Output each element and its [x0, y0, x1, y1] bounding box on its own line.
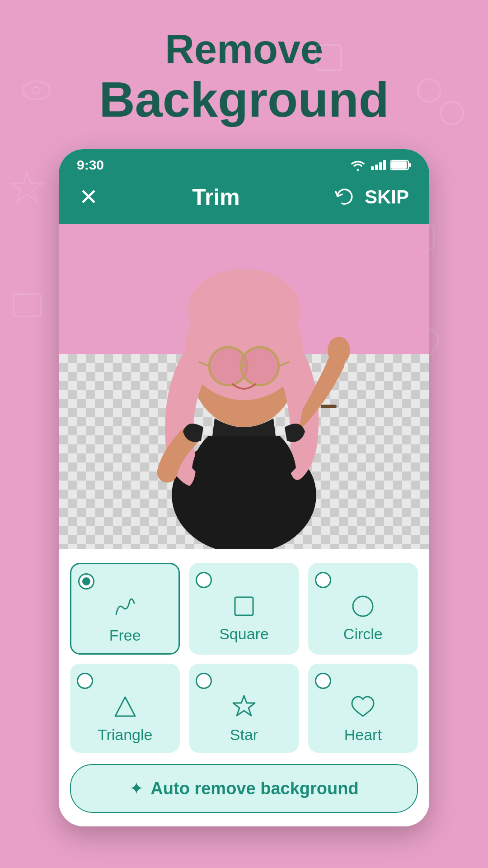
skip-button[interactable]: SKIP	[365, 186, 409, 208]
battery-icon	[390, 160, 411, 170]
shape-label-triangle: Triangle	[98, 726, 153, 744]
shape-radio-triangle	[77, 673, 93, 689]
shape-item-heart[interactable]: Heart	[308, 664, 418, 753]
shape-label-circle: Circle	[343, 625, 383, 643]
svg-marker-29	[233, 696, 255, 716]
svg-rect-26	[235, 597, 253, 615]
shape-icon-row-circle: Circle	[315, 593, 411, 643]
shape-icon-row-heart: Heart	[315, 693, 411, 744]
status-icons	[349, 159, 411, 171]
svg-point-5	[418, 79, 441, 102]
square-icon	[230, 593, 258, 620]
shape-icon-row-star: Star	[196, 693, 292, 744]
svg-point-1	[33, 87, 40, 94]
heart-icon	[349, 693, 376, 721]
shape-item-square[interactable]: Square	[189, 563, 299, 655]
app-header: ✕ Trim SKIP	[59, 177, 429, 224]
svg-rect-12	[391, 161, 407, 169]
image-area	[59, 224, 429, 549]
shape-icon-row-triangle: Triangle	[77, 693, 173, 744]
shape-label-square: Square	[219, 625, 269, 643]
close-button[interactable]: ✕	[79, 184, 98, 210]
shape-radio-circle	[315, 572, 331, 588]
shape-icon-row-square: Square	[196, 593, 292, 643]
status-bar: 9:30	[59, 149, 429, 177]
shape-grid: Free Square	[70, 563, 418, 753]
shape-icon-row-free: Free	[78, 594, 172, 644]
shape-item-star[interactable]: Star	[189, 664, 299, 753]
shape-radio-free	[78, 573, 94, 590]
auto-remove-button[interactable]: ✦ Auto remove background	[70, 764, 418, 813]
shape-selector: Free Square	[59, 549, 429, 826]
circle-icon	[349, 593, 376, 620]
auto-remove-label: Auto remove background	[150, 779, 358, 798]
shape-radio-square	[196, 572, 212, 588]
shape-label-free: Free	[109, 627, 141, 644]
svg-marker-7	[11, 172, 43, 201]
page-container: Remove Background 9:30	[0, 0, 488, 826]
signal-icon	[371, 160, 386, 170]
svg-point-18	[188, 269, 300, 350]
svg-point-6	[441, 102, 463, 124]
title-line2: Background	[99, 72, 389, 127]
svg-rect-2	[14, 294, 41, 316]
undo-icon[interactable]	[334, 186, 356, 208]
phone-mockup: 9:30	[59, 149, 429, 826]
header-actions: SKIP	[334, 186, 409, 208]
shape-item-free[interactable]: Free	[70, 563, 180, 655]
svg-marker-28	[115, 697, 135, 716]
shape-label-star: Star	[230, 726, 258, 744]
shape-radio-star	[196, 673, 212, 689]
svg-point-0	[23, 81, 50, 99]
svg-point-27	[353, 596, 373, 616]
person-image	[104, 233, 384, 549]
wifi-icon	[349, 159, 366, 171]
svg-rect-25	[321, 405, 337, 408]
shape-label-heart: Heart	[344, 726, 382, 744]
free-draw-icon	[112, 594, 139, 621]
svg-point-24	[328, 337, 350, 364]
title-section: Remove Background	[99, 27, 389, 127]
magic-wand-icon: ✦	[129, 778, 144, 798]
header-title: Trim	[192, 184, 240, 210]
title-line1: Remove	[99, 27, 389, 72]
person-container	[104, 233, 384, 549]
triangle-icon	[112, 693, 139, 721]
shape-radio-heart	[315, 673, 331, 689]
shape-item-circle[interactable]: Circle	[308, 563, 418, 655]
svg-rect-13	[409, 163, 411, 167]
status-time: 9:30	[77, 157, 104, 173]
shape-item-triangle[interactable]: Triangle	[70, 664, 180, 753]
star-icon	[230, 693, 258, 721]
